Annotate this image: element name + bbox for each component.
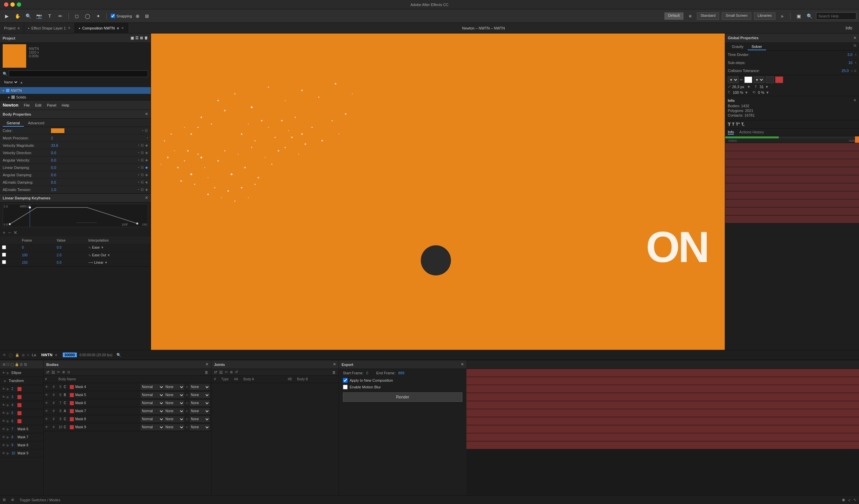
newton-edit-menu[interactable]: Edit bbox=[35, 103, 42, 107]
vc-size-arrow[interactable]: ▼ bbox=[747, 85, 751, 89]
project-icon-3[interactable]: ⊞ bbox=[140, 36, 143, 40]
body-blend2-5[interactable]: None bbox=[190, 392, 210, 398]
lc-triangle-4[interactable]: ▶ bbox=[7, 403, 10, 407]
shape-tool[interactable]: ◻ bbox=[73, 12, 81, 20]
close-button[interactable] bbox=[4, 2, 9, 7]
lc-eye-4[interactable]: 👁 bbox=[1, 403, 6, 407]
body-blend-6[interactable]: None bbox=[164, 400, 184, 406]
lin-damp-reset[interactable]: • bbox=[138, 166, 139, 169]
body-row-9[interactable]: 👁 # 10 C Mask 9 Normal None ⊙ None bbox=[44, 423, 211, 431]
advanced-tab[interactable]: Advanced bbox=[24, 120, 48, 127]
kf-frame-2[interactable]: 150 bbox=[20, 259, 55, 266]
snapping-checkbox[interactable] bbox=[111, 14, 115, 18]
arrow-tool[interactable]: ▶ bbox=[3, 12, 11, 20]
body-blend2-4[interactable]: None bbox=[190, 384, 210, 390]
body-mode-5[interactable]: Normal bbox=[140, 392, 164, 398]
mesh-precision-value[interactable]: 2 bbox=[51, 136, 68, 140]
text-tool[interactable]: T bbox=[46, 12, 54, 20]
joints-delete-icon[interactable]: 🗑 bbox=[332, 370, 336, 374]
newton-help-menu[interactable]: Help bbox=[62, 103, 70, 107]
standard-workspace-btn[interactable]: Standard bbox=[697, 12, 719, 20]
time-divider-dot[interactable]: • bbox=[855, 53, 856, 57]
project-sort-select[interactable]: Name bbox=[3, 80, 18, 84]
comp-close[interactable]: ✕ bbox=[121, 26, 124, 30]
text-format-tt-1[interactable]: T bbox=[728, 122, 731, 127]
joints-tool-2[interactable]: ⛓ bbox=[219, 370, 223, 374]
joints-tool-4[interactable]: ⊕ bbox=[230, 370, 233, 374]
actions-history-tab-btn[interactable]: Actions History bbox=[739, 130, 764, 135]
body-row-7[interactable]: 👁 # 8 A Mask 7 Normal None ⊙ None bbox=[44, 407, 211, 415]
ang-damp-diamond[interactable]: ◆ bbox=[145, 173, 148, 177]
kf-value-2[interactable]: 0.0 bbox=[55, 259, 86, 266]
lc-eye-5[interactable]: 👁 bbox=[1, 411, 6, 415]
ease-out-label-1[interactable]: Ease Out bbox=[92, 253, 106, 257]
newton-file-menu[interactable]: File bbox=[24, 103, 30, 107]
text-format-tt-3[interactable]: T° bbox=[736, 122, 740, 127]
vel-mag-value[interactable]: 33.6 bbox=[51, 143, 68, 147]
lc-triangle-9[interactable]: ▶ bbox=[7, 443, 10, 447]
libraries-btn[interactable]: Libraries bbox=[754, 12, 775, 20]
more-workspaces-icon[interactable]: » bbox=[778, 12, 786, 20]
color-link-icon[interactable]: ⛓ bbox=[145, 129, 148, 132]
text-format-tt-2[interactable]: T bbox=[732, 122, 735, 127]
newton-panel-menu[interactable]: Panel bbox=[47, 103, 56, 107]
bodies-delete-icon[interactable]: 🗑 bbox=[205, 370, 208, 374]
gravity-tab[interactable]: Gravity bbox=[728, 44, 748, 50]
comp-menu[interactable]: ≡ bbox=[117, 26, 119, 30]
kf-interp-0[interactable]: ∿ Ease ▼ bbox=[86, 244, 151, 251]
kf-value-1[interactable]: 2.0 bbox=[55, 251, 86, 259]
body-blend2-9[interactable]: None bbox=[190, 424, 210, 430]
vel-mag-reset[interactable]: • bbox=[138, 143, 139, 147]
motion-blur-checkbox[interactable] bbox=[343, 385, 348, 389]
toggle-label[interactable]: Toggle Switches / Modes bbox=[19, 498, 60, 502]
lin-damp-value[interactable]: 0.0 bbox=[51, 166, 68, 170]
search-input[interactable] bbox=[816, 12, 856, 20]
sub-steps-dot[interactable]: • bbox=[855, 61, 856, 65]
vel-dir-reset[interactable]: • bbox=[138, 151, 139, 155]
search-icon[interactable]: 🔍 bbox=[805, 12, 813, 20]
effect-layer-close[interactable]: ✕ bbox=[68, 26, 71, 30]
collision-tolerance-value[interactable]: 25.0 bbox=[842, 69, 848, 73]
lc-triangle-7[interactable]: ▶ bbox=[7, 427, 10, 431]
ease-label-0[interactable]: Ease bbox=[92, 246, 100, 249]
sub-steps-value[interactable]: 10 bbox=[848, 61, 852, 65]
lc-triangle-1[interactable]: ▶ bbox=[7, 371, 10, 375]
maximize-button[interactable] bbox=[17, 2, 21, 7]
lc-triangle-10[interactable]: ▶ bbox=[7, 452, 10, 455]
ease-out-dropdown-1[interactable]: ▼ bbox=[107, 253, 110, 257]
vel-mag-diamond[interactable]: ◆ bbox=[145, 143, 148, 147]
vc-white-swatch[interactable] bbox=[744, 76, 752, 83]
vc-select-1[interactable]: ▼ bbox=[728, 76, 739, 83]
vc-pct-arrow[interactable]: ▼ bbox=[744, 91, 748, 95]
body-blend-7[interactable]: None bbox=[164, 408, 184, 414]
bodies-tool-3[interactable]: ✏ bbox=[57, 370, 60, 374]
ae-damp-diamond[interactable]: ◆ bbox=[145, 180, 148, 184]
body-mode-9[interactable]: Normal bbox=[140, 424, 164, 430]
ae-tension-reset[interactable]: • bbox=[138, 188, 139, 191]
project-icon-4[interactable]: 🗑 bbox=[144, 36, 148, 40]
time-divider-value[interactable]: 3.0 bbox=[847, 52, 852, 57]
ae-tension-link[interactable]: ⛓ bbox=[140, 188, 144, 191]
vc-pct-arrow-2[interactable]: ▼ bbox=[766, 91, 769, 95]
vel-dir-value[interactable]: 0.0 bbox=[51, 151, 68, 155]
body-blend2-7[interactable]: None bbox=[190, 408, 210, 414]
ellipse-tool[interactable]: ◯ bbox=[84, 12, 92, 20]
bottom-audio-icon[interactable]: ♫ bbox=[848, 498, 850, 502]
body-eye-8[interactable]: 👁 bbox=[45, 417, 50, 421]
lc-triangle-6[interactable]: ▶ bbox=[7, 419, 10, 423]
vc-font-arrow[interactable]: ▼ bbox=[765, 85, 769, 89]
body-blend2-8[interactable]: None bbox=[190, 416, 210, 422]
bottom-play-icon[interactable]: ◉ bbox=[842, 498, 845, 502]
apply-checkbox[interactable] bbox=[343, 378, 348, 383]
keyframes-close[interactable]: ✕ bbox=[145, 196, 148, 200]
body-blend-9[interactable]: None bbox=[164, 424, 184, 430]
body-mode-8[interactable]: Normal bbox=[140, 416, 164, 422]
tree-item-solids[interactable]: ▶ Solids bbox=[0, 94, 151, 100]
kf-frame-1[interactable]: 100 bbox=[20, 251, 55, 259]
default-workspace-btn[interactable]: Default bbox=[664, 12, 683, 20]
tree-item-nwtn[interactable]: ▶ NWTN bbox=[0, 87, 151, 94]
lc-triangle-2[interactable]: ▶ bbox=[7, 387, 10, 391]
snap-icon-2[interactable]: ⊞ bbox=[143, 12, 151, 20]
ease-dropdown-0[interactable]: ▼ bbox=[101, 246, 104, 249]
lc-eye-7[interactable]: 👁 bbox=[1, 427, 6, 431]
